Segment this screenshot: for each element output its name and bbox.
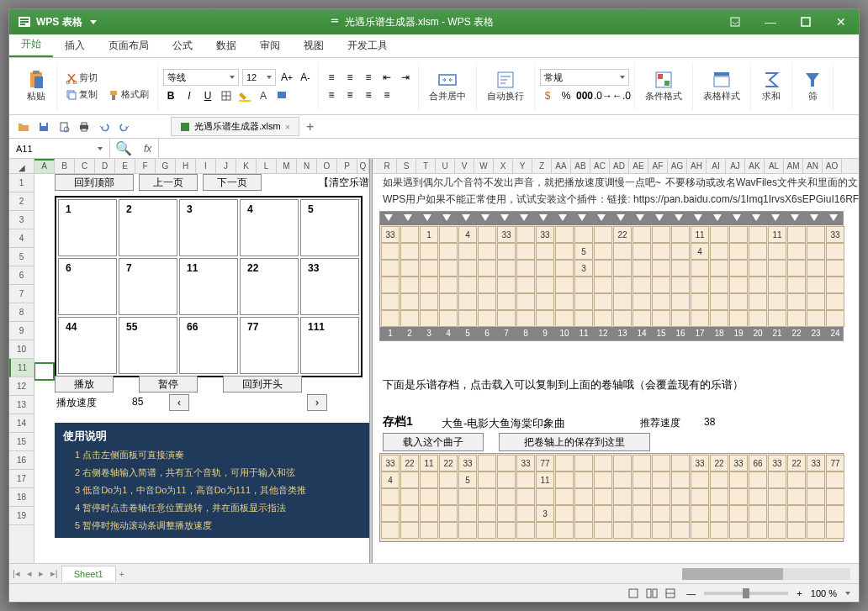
- track-cell[interactable]: [400, 488, 419, 505]
- track-cell[interactable]: [807, 310, 825, 327]
- zoom-dropdown-icon[interactable]: [845, 592, 850, 595]
- track-cell[interactable]: [768, 310, 786, 327]
- track-cell[interactable]: [729, 226, 748, 243]
- row-header[interactable]: 8: [9, 303, 34, 322]
- track-cell[interactable]: [400, 226, 419, 243]
- track-cell[interactable]: [516, 471, 535, 488]
- track-cell[interactable]: [574, 455, 593, 471]
- track-cell[interactable]: [710, 522, 728, 539]
- col-header[interactable]: P: [337, 159, 357, 173]
- track-cell[interactable]: [691, 277, 709, 293]
- track-cell[interactable]: [729, 488, 748, 505]
- dec-decimal-button[interactable]: ←.0: [614, 88, 629, 103]
- track-cell[interactable]: [536, 243, 554, 260]
- row-header[interactable]: 5: [9, 248, 34, 266]
- add-sheet-button[interactable]: +: [116, 569, 128, 579]
- track-cell[interactable]: [497, 243, 516, 260]
- row-header[interactable]: 2: [9, 192, 34, 211]
- track-cell[interactable]: [632, 243, 651, 260]
- note-cell[interactable]: 33: [497, 226, 516, 243]
- track-cell[interactable]: [574, 505, 593, 522]
- track-cell[interactable]: [478, 277, 496, 293]
- track-cell[interactable]: [768, 471, 786, 488]
- numpad-key[interactable]: 66: [179, 317, 238, 374]
- col-header[interactable]: N: [297, 159, 317, 173]
- track-cell[interactable]: [691, 505, 709, 522]
- tab-view[interactable]: 视图: [292, 34, 336, 57]
- col-header[interactable]: V: [455, 159, 474, 173]
- track-cell[interactable]: [420, 277, 438, 293]
- zoom-out-button[interactable]: —: [686, 588, 696, 598]
- tab-dev[interactable]: 开发工具: [336, 34, 400, 57]
- track-cell[interactable]: [478, 243, 496, 260]
- sheet-nav-first[interactable]: |◂: [9, 568, 24, 579]
- play-button[interactable]: 播放: [55, 376, 114, 392]
- track-cell[interactable]: [497, 260, 516, 277]
- track-cell[interactable]: [807, 293, 825, 310]
- track-cell[interactable]: [768, 243, 786, 260]
- inc-decimal-button[interactable]: .0→: [595, 88, 611, 103]
- track-cell[interactable]: [632, 522, 651, 539]
- track-cell[interactable]: [749, 522, 767, 539]
- track-cell[interactable]: [613, 260, 632, 277]
- note-cell[interactable]: 33: [807, 455, 825, 471]
- row-header[interactable]: 19: [9, 507, 34, 525]
- numpad-key[interactable]: 77: [240, 317, 299, 374]
- numpad-key[interactable]: 4: [240, 199, 299, 256]
- track-cell[interactable]: [807, 488, 825, 505]
- row-header[interactable]: 1: [9, 174, 34, 192]
- track-cell[interactable]: [439, 310, 458, 327]
- track-cell[interactable]: [652, 505, 670, 522]
- note-cell[interactable]: 66: [749, 455, 767, 471]
- track-cell[interactable]: [594, 505, 612, 522]
- note-cell[interactable]: 77: [826, 455, 844, 471]
- track-cell[interactable]: [632, 226, 651, 243]
- note-cell[interactable]: 4: [458, 226, 477, 243]
- numpad-key[interactable]: 1: [58, 199, 117, 256]
- track-cell[interactable]: [478, 488, 496, 505]
- track-cell[interactable]: [478, 471, 496, 488]
- track-cell[interactable]: [768, 260, 786, 277]
- track-cell[interactable]: [749, 505, 767, 522]
- track-cell[interactable]: [826, 522, 844, 539]
- track-cell[interactable]: [787, 522, 806, 539]
- track-cell[interactable]: [768, 522, 786, 539]
- note-cell[interactable]: 33: [381, 455, 400, 471]
- track-cell[interactable]: [400, 310, 419, 327]
- merge-button[interactable]: 合并居中: [424, 68, 471, 104]
- track-cell[interactable]: [749, 226, 767, 243]
- track-cell[interactable]: [652, 260, 670, 277]
- highlight-button[interactable]: [274, 88, 289, 103]
- track-cell[interactable]: [439, 522, 458, 539]
- track-cell[interactable]: [420, 260, 438, 277]
- track-cell[interactable]: [497, 522, 516, 539]
- note-cell[interactable]: 11: [420, 455, 438, 471]
- note-cell[interactable]: 22: [400, 455, 419, 471]
- row-header[interactable]: 12: [9, 377, 34, 396]
- track-cell[interactable]: [807, 505, 825, 522]
- track-cell[interactable]: [807, 226, 825, 243]
- underline-button[interactable]: U: [200, 88, 215, 103]
- track-cell[interactable]: [439, 471, 458, 488]
- track-cell[interactable]: [555, 310, 574, 327]
- track-cell[interactable]: [826, 293, 844, 310]
- track-cell[interactable]: [729, 310, 748, 327]
- track-cell[interactable]: [420, 243, 438, 260]
- open-button[interactable]: [16, 119, 31, 134]
- app-menu-dropdown-icon[interactable]: [90, 20, 97, 24]
- numpad-key[interactable]: 7: [119, 258, 177, 315]
- col-header[interactable]: W: [474, 159, 494, 173]
- track-cell[interactable]: [652, 471, 670, 488]
- add-tab-button[interactable]: +: [299, 117, 320, 137]
- align-mid-button[interactable]: ≡: [342, 70, 357, 85]
- track-cell[interactable]: [691, 293, 709, 310]
- track-cell[interactable]: [381, 505, 400, 522]
- col-header[interactable]: AH: [687, 159, 707, 173]
- note-cell[interactable]: 33: [691, 455, 709, 471]
- track-cell[interactable]: [439, 505, 458, 522]
- track-cell[interactable]: [555, 226, 574, 243]
- track-cell[interactable]: [691, 260, 709, 277]
- track-cell[interactable]: [420, 471, 438, 488]
- note-cell[interactable]: 4: [381, 471, 400, 488]
- track-cell[interactable]: [555, 455, 574, 471]
